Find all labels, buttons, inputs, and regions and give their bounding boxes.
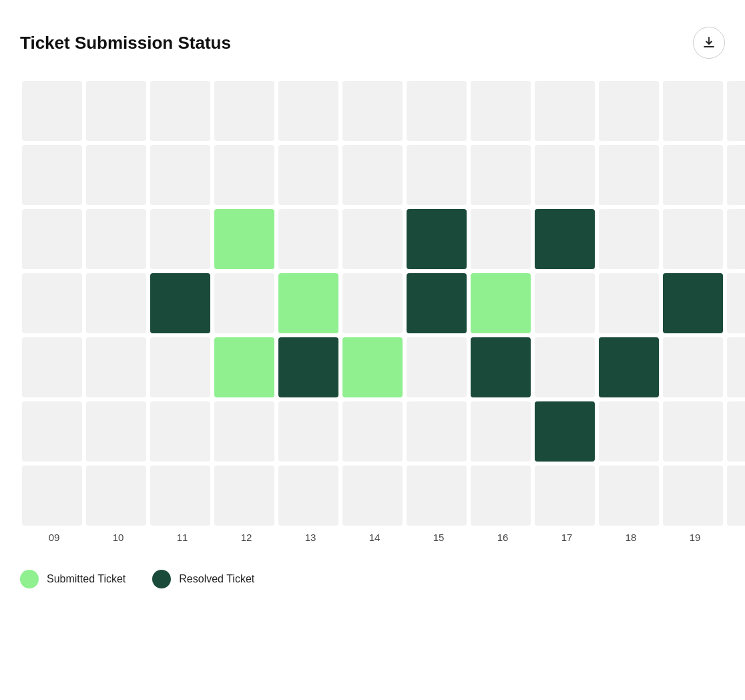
grid-cell	[86, 209, 146, 269]
grid-cell	[471, 466, 531, 526]
grid-cell	[663, 81, 723, 141]
grid-cell	[535, 401, 595, 462]
grid-cell	[663, 273, 723, 333]
grid-rows	[20, 79, 745, 528]
grid-cell	[727, 401, 745, 462]
grid-cell	[663, 209, 723, 269]
grid-cell	[214, 401, 274, 462]
hour-labels: 091011121314151617181920	[20, 532, 745, 543]
grid-cell	[342, 81, 403, 141]
grid-cell	[22, 145, 82, 205]
grid-cell	[150, 81, 210, 141]
grid-row-sat	[20, 399, 745, 464]
hour-label-14: 14	[344, 532, 405, 543]
grid-area: 091011121314151617181920	[20, 79, 745, 543]
hour-label-10: 10	[88, 532, 148, 543]
grid-cell	[599, 209, 659, 269]
grid-cell	[407, 401, 467, 462]
grid-cell	[22, 273, 82, 333]
grid-cell	[86, 337, 146, 397]
grid-cell	[214, 145, 274, 205]
grid-cell	[599, 81, 659, 141]
grid-cell	[342, 466, 403, 526]
grid-cell	[150, 209, 210, 269]
grid-cell	[342, 145, 403, 205]
submitted-dot	[20, 570, 39, 588]
grid-cell	[86, 81, 146, 141]
grid-cell	[278, 401, 338, 462]
chart-container: 091011121314151617181920 MonTueWedThuFri…	[20, 79, 725, 543]
grid-cell	[150, 401, 210, 462]
hour-label-09: 09	[24, 532, 84, 543]
grid-row-tue	[20, 143, 745, 207]
hour-label-13: 13	[280, 532, 340, 543]
grid-cell	[278, 81, 338, 141]
grid-cell	[599, 401, 659, 462]
grid-cell	[471, 337, 531, 397]
grid-cell	[22, 81, 82, 141]
grid-cell	[214, 466, 274, 526]
legend: Submitted Ticket Resolved Ticket	[20, 570, 725, 588]
grid-cell	[214, 273, 274, 333]
grid-cell	[535, 273, 595, 333]
grid-cell	[214, 81, 274, 141]
hour-label-11: 11	[152, 532, 212, 543]
grid-cell	[150, 337, 210, 397]
grid-cell	[342, 273, 403, 333]
grid-cell	[727, 145, 745, 205]
grid-cell	[535, 81, 595, 141]
grid-cell	[535, 209, 595, 269]
hour-label-18: 18	[601, 532, 661, 543]
resolved-label: Resolved Ticket	[179, 573, 254, 585]
grid-cell	[150, 273, 210, 333]
grid-cell	[599, 145, 659, 205]
grid-cell	[86, 466, 146, 526]
grid-cell	[663, 466, 723, 526]
legend-submitted: Submitted Ticket	[20, 570, 126, 588]
grid-cell	[342, 401, 403, 462]
grid-cell	[407, 466, 467, 526]
grid-cell	[278, 466, 338, 526]
grid-cell	[150, 145, 210, 205]
grid-cell	[663, 337, 723, 397]
grid-cell	[471, 145, 531, 205]
grid-cell	[278, 273, 338, 333]
submitted-label: Submitted Ticket	[47, 573, 126, 585]
hour-label-12: 12	[216, 532, 276, 543]
hour-label-15: 15	[409, 532, 469, 543]
grid-row-fri	[20, 335, 745, 399]
grid-cell	[342, 337, 403, 397]
grid-cell	[214, 209, 274, 269]
grid-cell	[471, 273, 531, 333]
resolved-dot	[152, 570, 171, 588]
grid-cell	[471, 209, 531, 269]
grid-cell	[599, 466, 659, 526]
grid-row-wed	[20, 207, 745, 271]
grid-cell	[342, 209, 403, 269]
hour-label-17: 17	[537, 532, 597, 543]
grid-cell	[727, 81, 745, 141]
hour-label-16: 16	[473, 532, 533, 543]
grid-cell	[663, 401, 723, 462]
grid-cell	[86, 401, 146, 462]
grid-cell	[471, 81, 531, 141]
grid-cell	[278, 209, 338, 269]
legend-resolved: Resolved Ticket	[152, 570, 254, 588]
grid-cell	[22, 466, 82, 526]
grid-cell	[663, 145, 723, 205]
grid-cell	[150, 466, 210, 526]
grid-cell	[535, 145, 595, 205]
grid-cell	[535, 337, 595, 397]
grid-cell	[471, 401, 531, 462]
grid-row-sun	[20, 464, 745, 528]
grid-cell	[727, 466, 745, 526]
hour-label-20: 20	[729, 532, 745, 543]
grid-cell	[535, 466, 595, 526]
download-button[interactable]	[693, 27, 725, 59]
grid-cell	[599, 273, 659, 333]
grid-cell	[214, 337, 274, 397]
grid-cell	[727, 337, 745, 397]
grid-cell	[727, 209, 745, 269]
grid-cell	[22, 209, 82, 269]
grid-cell	[22, 337, 82, 397]
